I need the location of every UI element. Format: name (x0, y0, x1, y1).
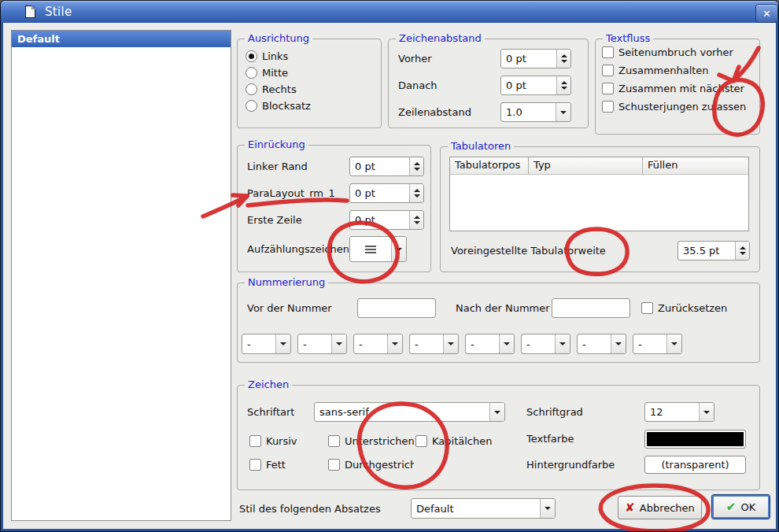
numbering-combo-7[interactable]: - (577, 334, 626, 354)
spin-up-icon[interactable] (414, 189, 420, 192)
radio-icon (246, 67, 257, 79)
before-number-input[interactable] (357, 298, 436, 318)
numbering-combo-2[interactable]: - (297, 334, 347, 354)
default-tab-width-spinner[interactable]: 35.5 pt (677, 241, 750, 260)
spin-up-icon[interactable] (414, 216, 420, 219)
checkbox-page-break-before[interactable]: Seitenumbruch vorher (602, 46, 756, 59)
background-color-label: Hintergrundfarbe (526, 456, 615, 474)
checkbox-underline-label: Unterstrichen (345, 435, 414, 447)
column-fill[interactable]: Füllen (643, 157, 748, 174)
spin-down-icon[interactable] (561, 60, 567, 63)
column-tab-position[interactable]: Tabulatorpos (450, 157, 529, 174)
first-line-spinner[interactable]: 0 pt (349, 210, 424, 230)
document-icon (25, 6, 35, 18)
chevron-down-icon (699, 403, 714, 421)
checkbox-strikethrough[interactable]: Durchgestrichen (328, 458, 414, 471)
spin-down-icon[interactable] (740, 252, 746, 255)
group-character-title: Zeichen (245, 379, 292, 390)
right-margin-spinner[interactable]: 0 pt (349, 183, 424, 203)
column-type[interactable]: Typ (529, 157, 643, 174)
checkbox-keep-together[interactable]: Zusammenhalten (602, 64, 756, 77)
radio-right[interactable]: Rechts (246, 82, 297, 96)
group-tabs-title: Tabulatoren (448, 140, 514, 152)
radio-center[interactable]: Mitte (246, 65, 288, 79)
numbering-combo-5[interactable]: - (465, 334, 515, 354)
combo-value: - (633, 334, 666, 353)
checkbox-label: Zusammenhalten (618, 65, 709, 76)
before-spacing-spinner[interactable]: 0 pt (500, 49, 571, 68)
ok-button[interactable]: ✔ OK (711, 494, 770, 519)
tab-stops-header: Tabulatorpos Typ Füllen (450, 157, 748, 175)
group-spacing-title: Zeichenabstand (396, 32, 485, 44)
spinner-buttons[interactable] (556, 50, 570, 68)
checkbox-underline[interactable]: Unterstrichen (328, 434, 414, 448)
ok-button-label: OK (740, 501, 755, 513)
spin-down-icon[interactable] (414, 221, 420, 224)
checkbox-icon (602, 65, 614, 76)
after-spacing-spinner[interactable]: 0 pt (500, 76, 571, 95)
checkbox-keep-with-next[interactable]: Zusammen mit nächster (602, 82, 756, 95)
chevron-down-icon (387, 334, 402, 353)
combo-value: - (466, 334, 499, 353)
combo-value: - (242, 334, 275, 353)
radio-justify-label: Blocksatz (262, 100, 311, 112)
cancel-button[interactable]: ✘ Abbrechen (618, 496, 702, 519)
left-margin-spinner[interactable]: 0 pt (349, 157, 424, 176)
spin-up-icon[interactable] (561, 81, 567, 84)
font-size-combo[interactable]: 12 (644, 402, 714, 422)
right-margin-value: 0 pt (350, 184, 409, 202)
spinner-buttons[interactable] (556, 76, 570, 94)
spinner-buttons[interactable] (735, 242, 749, 260)
spinner-buttons[interactable] (409, 211, 423, 229)
list-item-label: Default (17, 33, 60, 45)
numbering-combo-1[interactable]: - (242, 334, 291, 354)
text-color-button[interactable] (644, 430, 746, 449)
list-item-default[interactable]: Default (12, 31, 231, 47)
combo-value: - (354, 334, 387, 353)
spinner-buttons[interactable] (409, 184, 423, 202)
line-spacing-value: 1.0 (501, 103, 556, 121)
numbering-combo-6[interactable]: - (521, 334, 570, 354)
style-list[interactable]: Default (11, 30, 231, 521)
background-color-button[interactable]: (transparent) (644, 456, 746, 474)
line-spacing-combo[interactable]: 1.0 (500, 102, 571, 122)
window-title: Stile (45, 5, 72, 19)
after-number-input[interactable] (552, 298, 630, 318)
checkbox-bold[interactable]: Fett (249, 458, 286, 471)
left-margin-value: 0 pt (350, 157, 409, 175)
checkbox-smallcaps[interactable]: Kapitälchen (415, 434, 492, 448)
numbering-combo-3[interactable]: - (353, 334, 403, 354)
spinner-buttons[interactable] (409, 157, 423, 175)
checkbox-italic[interactable]: Kursiv (249, 434, 297, 448)
radio-justify[interactable]: Blocksatz (246, 98, 311, 113)
checkbox-icon (415, 435, 427, 447)
font-size-label: Schriftgrad (526, 402, 583, 422)
spin-down-icon[interactable] (414, 194, 420, 198)
close-button[interactable]: ✕ (755, 4, 778, 23)
numbering-combo-8[interactable]: - (633, 334, 682, 354)
numbering-combo-4[interactable]: - (409, 334, 459, 354)
following-style-combo[interactable]: Default (411, 498, 556, 519)
radio-left[interactable]: Links (246, 49, 288, 63)
spin-down-icon[interactable] (414, 168, 420, 171)
bullet-combo[interactable] (349, 236, 407, 262)
checkbox-restart[interactable]: Zurücksetzen (641, 301, 727, 315)
tab-stops-table[interactable]: Tabulatorpos Typ Füllen (449, 157, 749, 231)
chevron-down-icon (275, 334, 290, 353)
font-combo[interactable]: sans-serif (314, 402, 505, 422)
combo-value: - (298, 334, 331, 353)
checkbox-icon (602, 101, 614, 113)
checkbox-widows-orphans[interactable]: Schusterjungen zulassen (602, 100, 756, 113)
spin-up-icon[interactable] (740, 246, 746, 249)
spin-down-icon[interactable] (561, 87, 567, 90)
title-bar[interactable]: Stile (1, 1, 778, 23)
spin-up-icon[interactable] (561, 54, 567, 57)
ok-check-icon: ✔ (726, 500, 737, 514)
spin-up-icon[interactable] (414, 162, 420, 165)
checkbox-label: Schusterjungen zulassen (618, 101, 746, 113)
checkbox-icon (249, 459, 261, 471)
radio-right-label: Rechts (262, 83, 297, 95)
font-value: sans-serif (315, 403, 489, 421)
chevron-down-icon (331, 334, 346, 353)
group-indent-title: Einrückung (245, 139, 308, 150)
